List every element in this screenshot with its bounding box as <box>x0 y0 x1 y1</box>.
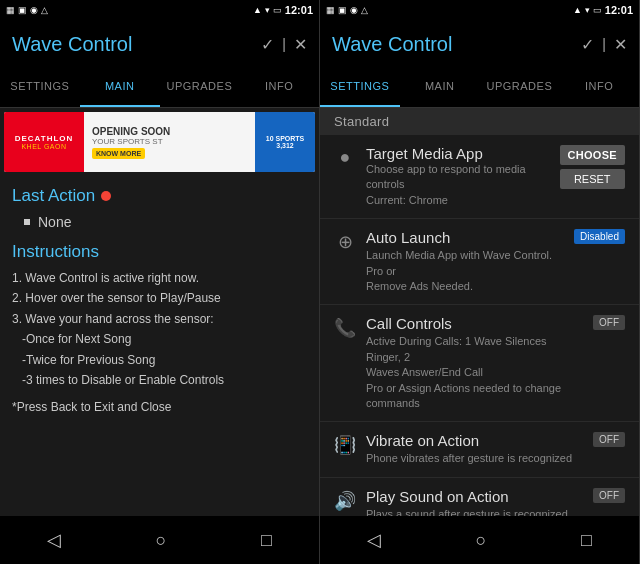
ad-brand-name: DECATHLON <box>15 134 74 143</box>
right-bottom-nav: ◁ ○ □ <box>320 516 639 564</box>
choose-button[interactable]: CHOOSE <box>560 145 625 165</box>
call-controls-badge[interactable]: OFF <box>593 315 625 330</box>
r-wifi-icon: ▾ <box>585 5 590 15</box>
r-checkmark-icon[interactable]: ✓ <box>581 35 594 54</box>
call-controls-title: Call Controls <box>366 315 583 332</box>
tab-settings-left[interactable]: SETTINGS <box>0 67 80 107</box>
checkmark-icon[interactable]: ✓ <box>261 35 274 54</box>
target-media-desc: Choose app to respond to media controlsC… <box>366 162 550 208</box>
play-sound-icon: 🔊 <box>334 490 356 512</box>
play-sound-badge[interactable]: OFF <box>593 488 625 503</box>
ad-headline: OPENING SOON <box>92 126 247 137</box>
ad-brand-sub: KHEL GAON <box>21 143 66 150</box>
ad-sport-text: 10 SPORTS <box>266 135 305 142</box>
target-media-body: Target Media App Choose app to respond t… <box>366 145 550 208</box>
section-header-standard: Standard <box>320 108 639 135</box>
left-bottom-nav: ◁ ○ □ <box>0 516 319 564</box>
call-controls-desc: Active During Calls: 1 Wave Silences Rin… <box>366 334 583 411</box>
instruction-6: -3 times to Disable or Enable Controls <box>12 370 307 390</box>
reset-button[interactable]: RESET <box>560 169 625 189</box>
status-icons-right: ▲ ▾ ▭ 12:01 <box>253 4 313 16</box>
r-home-nav-icon[interactable]: ○ <box>476 530 487 551</box>
right-title-actions: ✓ | ✕ <box>581 35 627 54</box>
auto-launch-controls: Disabled <box>574 229 625 244</box>
separator: | <box>282 36 286 52</box>
right-status-time: 12:01 <box>605 4 633 16</box>
settings-item-vibrate: 📳 Vibrate on Action Phone vibrates after… <box>320 422 639 477</box>
tab-main-right[interactable]: MAIN <box>400 67 480 107</box>
warning-icon: △ <box>41 5 48 15</box>
left-tabs: SETTINGS MAIN UPGRADES INFO <box>0 68 319 108</box>
bullet-icon <box>24 219 30 225</box>
last-action-section: Last Action <box>0 176 319 210</box>
r-close-icon[interactable]: ✕ <box>614 35 627 54</box>
play-sound-body: Play Sound on Action Plays a sound after… <box>366 488 583 516</box>
auto-launch-desc: Launch Media App with Wave Control. Pro … <box>366 248 564 294</box>
instructions-title: Instructions <box>0 234 319 268</box>
left-title-bar: Wave Control ✓ | ✕ <box>0 20 319 68</box>
auto-launch-badge[interactable]: Disabled <box>574 229 625 244</box>
right-title-bar: Wave Control ✓ | ✕ <box>320 20 639 68</box>
r-separator: | <box>602 36 606 52</box>
red-dot-indicator <box>101 191 111 201</box>
r-recents-nav-icon[interactable]: □ <box>581 530 592 551</box>
target-media-controls: CHOOSE RESET <box>560 145 625 189</box>
target-media-icon: ● <box>334 147 356 168</box>
settings-item-auto-launch: ⊕ Auto Launch Launch Media App with Wave… <box>320 219 639 305</box>
right-panel: ▦ ▣ ◉ △ ▲ ▾ ▭ 12:01 Wave Control ✓ | ✕ S… <box>320 0 640 564</box>
instruction-4: -Once for Next Song <box>12 329 307 349</box>
r-app-icon-2: ▣ <box>338 5 347 15</box>
battery-icon: ▭ <box>273 5 282 15</box>
right-status-icons-left: ▦ ▣ ◉ △ <box>326 5 368 15</box>
r-warning-icon: △ <box>361 5 368 15</box>
r-back-nav-icon[interactable]: ◁ <box>367 529 381 551</box>
instructions-list: 1. Wave Control is active right now. 2. … <box>0 268 319 390</box>
settings-item-play-sound: 🔊 Play Sound on Action Plays a sound aft… <box>320 478 639 516</box>
vibrate-badge[interactable]: OFF <box>593 432 625 447</box>
instruction-3: 3. Wave your hand across the sensor: <box>12 309 307 329</box>
right-status-icons-right: ▲ ▾ ▭ 12:01 <box>573 4 633 16</box>
ad-banner[interactable]: DECATHLON KHEL GAON OPENING SOON YOUR SP… <box>4 112 315 172</box>
play-sound-title: Play Sound on Action <box>366 488 583 505</box>
instructions-note: *Press Back to Exit and Close <box>0 390 319 425</box>
recents-nav-icon[interactable]: □ <box>261 530 272 551</box>
tab-info-right[interactable]: INFO <box>559 67 639 107</box>
vibrate-desc: Phone vibrates after gesture is recogniz… <box>366 451 583 466</box>
ad-cta[interactable]: KNOW MORE <box>92 148 145 159</box>
wifi-icon: ▾ <box>265 5 270 15</box>
ad-content: OPENING SOON YOUR SPORTS ST KNOW MORE <box>84 112 255 172</box>
status-time-left: 12:01 <box>285 4 313 16</box>
tab-upgrades-left[interactable]: UPGRADES <box>160 67 240 107</box>
last-action-text: None <box>38 214 71 230</box>
tab-main-left[interactable]: MAIN <box>80 67 160 107</box>
ad-sport-area: 10 SPORTS 3,312 <box>255 112 315 172</box>
settings-content: Standard ● Target Media App Choose app t… <box>320 108 639 516</box>
play-sound-desc: Plays a sound after gesture is recognize… <box>366 507 583 516</box>
home-nav-icon[interactable]: ○ <box>156 530 167 551</box>
auto-launch-icon: ⊕ <box>334 231 356 253</box>
ad-subtext: YOUR SPORTS ST <box>92 137 247 146</box>
call-controls-controls: OFF <box>593 315 625 330</box>
right-title: Wave Control <box>332 33 581 56</box>
r-location-icon: ◉ <box>350 5 358 15</box>
play-sound-controls: OFF <box>593 488 625 503</box>
app-icon-2: ▣ <box>18 5 27 15</box>
ad-brand-area: DECATHLON KHEL GAON <box>4 112 84 172</box>
right-tabs: SETTINGS MAIN UPGRADES INFO <box>320 68 639 108</box>
status-icons-left: ▦ ▣ ◉ △ <box>6 5 48 15</box>
tab-upgrades-right[interactable]: UPGRADES <box>480 67 560 107</box>
app-icon-1: ▦ <box>6 5 15 15</box>
vibrate-controls: OFF <box>593 432 625 447</box>
tab-settings-right[interactable]: SETTINGS <box>320 67 400 107</box>
right-status-bar: ▦ ▣ ◉ △ ▲ ▾ ▭ 12:01 <box>320 0 639 20</box>
back-nav-icon[interactable]: ◁ <box>47 529 61 551</box>
auto-launch-body: Auto Launch Launch Media App with Wave C… <box>366 229 564 294</box>
call-controls-icon: 📞 <box>334 317 356 339</box>
tab-info-left[interactable]: INFO <box>239 67 319 107</box>
instruction-2: 2. Hover over the sensor to Play/Pause <box>12 288 307 308</box>
target-media-title: Target Media App <box>366 145 550 162</box>
left-status-bar: ▦ ▣ ◉ △ ▲ ▾ ▭ 12:01 <box>0 0 319 20</box>
close-icon[interactable]: ✕ <box>294 35 307 54</box>
location-icon: ◉ <box>30 5 38 15</box>
signal-icon: ▲ <box>253 5 262 15</box>
